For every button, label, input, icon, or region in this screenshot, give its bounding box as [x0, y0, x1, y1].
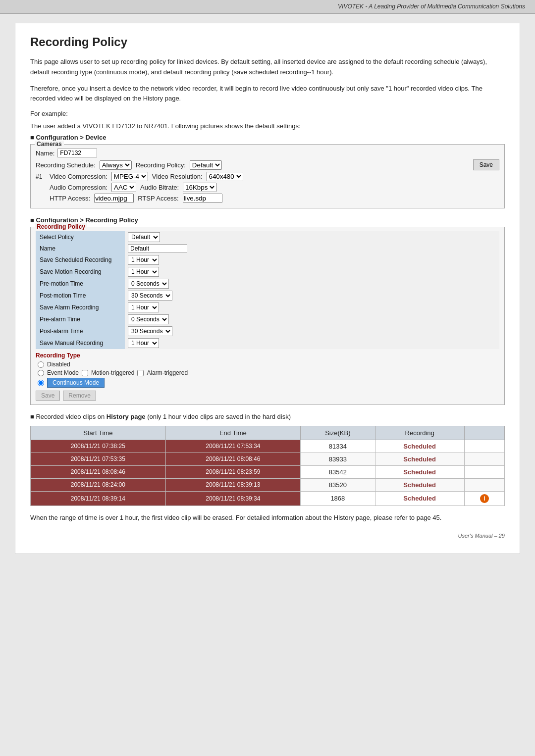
camera-number: #1	[36, 173, 46, 180]
banner-text: VIVOTEK - A Leading Provider of Multimed…	[338, 3, 525, 10]
policy-name-input[interactable]	[128, 244, 187, 253]
end-time-cell: 2008/11/21 08:39:13	[165, 478, 301, 491]
disabled-label: Disabled	[47, 361, 70, 368]
compression-select[interactable]: MPEG-4	[111, 172, 148, 181]
continuous-mode-button[interactable]: Continuous Mode	[47, 378, 105, 388]
cameras-panel: Cameras Name: Recording Schedule: Always…	[30, 144, 505, 208]
history-row: 2008/11/21 07:53:352008/11/21 08:08:4683…	[31, 453, 505, 465]
schedule-select[interactable]: Always	[100, 160, 132, 170]
start-time-cell: 2008/11/21 08:24:00	[31, 478, 166, 491]
end-time-cell: 2008/11/21 07:53:34	[165, 440, 301, 453]
page-footer-text: User's Manual – 29	[458, 533, 505, 539]
audio-comp-select[interactable]: AAC	[111, 183, 136, 192]
compression-label: Video Compression:	[50, 173, 107, 180]
pre-motion-select[interactable]: 0 Seconds	[128, 279, 169, 289]
name-label: Name:	[36, 150, 54, 157]
motion-recording-select[interactable]: 1 Hour	[128, 267, 159, 277]
history-row: 2008/11/21 08:24:002008/11/21 08:39:1383…	[31, 478, 505, 491]
policy-label-scheduled: Save Scheduled Recording	[36, 254, 125, 266]
rtsp-input[interactable]	[183, 194, 222, 203]
policy-value-motion: 1 Hour	[125, 266, 499, 278]
history-note-suffix: (only 1 hour video clips are saved in th…	[146, 413, 291, 420]
history-table: Start Time End Time Size(KB) Recording 2…	[30, 426, 505, 506]
rec-policy-panel-title: Recording Policy	[35, 223, 87, 230]
pre-alarm-select[interactable]: 0 Seconds	[128, 314, 169, 324]
event-mode-radio[interactable]	[38, 370, 44, 376]
history-note-bold: History page	[107, 413, 146, 420]
event-mode-label: Event Mode	[47, 369, 79, 376]
history-note: ■ Recorded video clips on History page (…	[30, 412, 505, 422]
start-time-cell: 2008/11/21 08:39:14	[31, 491, 166, 505]
policy-value-manual: 1 Hour	[125, 337, 499, 349]
policy-save-button[interactable]: Save	[36, 391, 60, 401]
intro-para1: This page allows user to set up recordin…	[30, 57, 505, 78]
policy-row-motion: Save Motion Recording 1 Hour	[36, 266, 499, 278]
manual-recording-select[interactable]: 1 Hour	[128, 338, 159, 348]
end-time-cell: 2008/11/21 08:08:46	[165, 453, 301, 465]
example-label: For example:	[30, 110, 505, 117]
recording-cell: Scheduled	[375, 440, 464, 453]
motion-triggered-checkbox[interactable]	[82, 370, 88, 376]
audio-bitrate-label: Audio Bitrate:	[140, 184, 179, 191]
recording-type-section: Recording Type Disabled Event Mode Motio…	[36, 352, 499, 401]
policy-row-scheduled: Save Scheduled Recording 1 Hour	[36, 254, 499, 266]
top-banner: VIVOTEK - A Leading Provider of Multimed…	[0, 0, 535, 13]
start-time-cell: 2008/11/21 08:08:46	[31, 465, 166, 478]
rtsp-label: RTSP Access:	[138, 195, 179, 202]
action-cell	[464, 465, 504, 478]
policy-remove-button[interactable]: Remove	[63, 391, 96, 401]
http-label: HTTP Access:	[50, 195, 90, 202]
history-header-row: Start Time End Time Size(KB) Recording	[31, 426, 505, 440]
bottom-buttons: Save Remove	[36, 391, 499, 401]
policy-label-select-policy: Select Policy	[36, 231, 125, 243]
policy-value-name	[125, 243, 499, 254]
page-wrapper: VIVOTEK - A Leading Provider of Multimed…	[0, 0, 535, 756]
policy-row-post-motion: Post-motion Time 30 Seconds	[36, 290, 499, 302]
page-title: Recording Policy	[30, 35, 505, 49]
size-cell: 83542	[301, 465, 375, 478]
col-size: Size(KB)	[301, 426, 375, 440]
content-area: Recording Policy This page allows user t…	[15, 23, 520, 554]
policy-label-post-motion: Post-motion Time	[36, 290, 125, 302]
post-motion-select[interactable]: 30 Seconds	[128, 291, 172, 301]
policy-value-alarm: 1 Hour	[125, 302, 499, 313]
recording-policy-panel: Recording Policy Select Policy Default N…	[30, 227, 505, 405]
camera-save-button[interactable]: Save	[473, 159, 499, 170]
policy-value-pre-alarm: 0 Seconds	[125, 313, 499, 325]
camera-name-input[interactable]	[57, 149, 97, 157]
history-row: 2008/11/21 08:39:142008/11/21 08:39:3418…	[31, 491, 505, 505]
action-cell	[464, 453, 504, 465]
policy-value-post-alarm: 30 Seconds	[125, 325, 499, 337]
action-cell	[464, 440, 504, 453]
audio-comp-label: Audio Compression:	[50, 184, 107, 191]
info-icon[interactable]: i	[480, 494, 489, 503]
policy-row-select-policy: Select Policy Default	[36, 231, 499, 243]
config-recording-heading: ■ Configuration > Recording Policy	[30, 216, 505, 224]
disabled-radio[interactable]	[38, 361, 44, 368]
camera-name-row: Name:	[36, 149, 499, 157]
policy-table: Select Policy Default Name Save Schedule…	[36, 231, 499, 349]
policy-row-manual: Save Manual Recording 1 Hour	[36, 337, 499, 349]
policy-row-name: Name	[36, 243, 499, 254]
post-alarm-select[interactable]: 30 Seconds	[128, 326, 172, 336]
http-input[interactable]	[94, 194, 134, 203]
scheduled-recording-select[interactable]: 1 Hour	[128, 255, 159, 265]
policy-row-pre-motion: Pre-motion Time 0 Seconds	[36, 278, 499, 290]
alarm-recording-select[interactable]: 1 Hour	[128, 302, 159, 312]
recording-type-options: Disabled Event Mode Motion-triggered Ala…	[38, 361, 499, 388]
alarm-triggered-checkbox[interactable]	[137, 370, 144, 376]
schedule-label: Recording Schedule:	[36, 161, 96, 169]
policy-label-post-alarm: Post-alarm Time	[36, 325, 125, 337]
cameras-panel-title: Cameras	[35, 141, 64, 148]
col-action	[464, 426, 504, 440]
policy-select[interactable]: Default	[190, 160, 222, 170]
policy-label-pre-motion: Pre-motion Time	[36, 278, 125, 290]
select-policy-dropdown[interactable]: Default	[128, 232, 160, 242]
resolution-select[interactable]: 640x480	[207, 172, 243, 181]
size-cell: 83520	[301, 478, 375, 491]
continuous-mode-radio[interactable]	[38, 380, 44, 386]
col-recording: Recording	[375, 426, 464, 440]
audio-bitrate-select[interactable]: 16Kbps	[183, 183, 216, 192]
size-cell: 1868	[301, 491, 375, 505]
footer-text: When the range of time is over 1 hour, t…	[30, 513, 505, 523]
